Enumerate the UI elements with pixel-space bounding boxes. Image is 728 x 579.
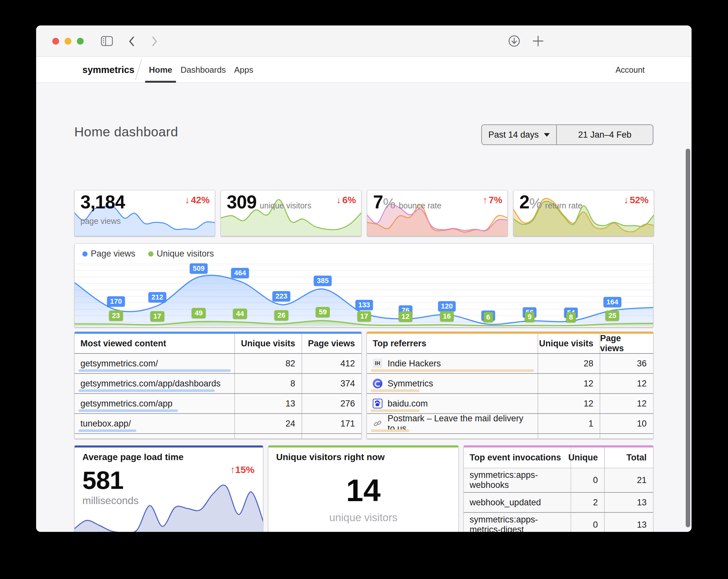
browser-window: getsymmetrics.com/app symmetrics Home xyxy=(36,26,692,532)
point-badge: 464 xyxy=(231,268,249,278)
legend-dot-icon xyxy=(82,251,87,256)
unique-value: 0 xyxy=(571,468,605,492)
row-label: Indie Hackers xyxy=(388,359,441,369)
stat-label: page views xyxy=(80,217,125,226)
date-range-value[interactable]: 21 Jan–4 Feb xyxy=(557,125,653,145)
visitors-now-value: 14 xyxy=(268,473,458,508)
table-row: webhook_updated213 xyxy=(464,493,653,513)
row-label-cell: webhook_updated xyxy=(464,493,571,512)
total-value: 21 xyxy=(605,468,653,492)
chevron-down-icon xyxy=(544,133,550,137)
unique-visits-value: 28 xyxy=(538,354,600,373)
row-label: tunebox.app/ xyxy=(80,419,131,429)
account-link[interactable]: Account xyxy=(616,57,645,83)
point-badge: 16 xyxy=(440,311,453,322)
point-badge: 17 xyxy=(357,311,371,322)
forward-button[interactable] xyxy=(151,36,158,47)
table-header-row: Top event invocationsUniqueTotal xyxy=(464,448,653,468)
table-most-viewed-content: Most viewed contentUnique visitsPage vie… xyxy=(74,331,362,439)
scrollbar-thumb[interactable] xyxy=(686,149,690,527)
table-row: symmetrics:apps-webhooks021 xyxy=(464,468,653,493)
total-value: 13 xyxy=(605,493,653,512)
card-title: Unique visitors right now xyxy=(276,452,385,462)
page-views-value: 412 xyxy=(302,354,361,373)
symmetrics-icon xyxy=(373,379,383,388)
sidebar-toggle-icon[interactable] xyxy=(101,36,113,46)
table-row: them.es00 xyxy=(367,434,653,439)
row-label: baidu.com xyxy=(388,399,428,409)
row-label: them.es xyxy=(373,439,404,439)
page-views-value: 147 xyxy=(302,434,361,439)
legend-item[interactable]: Unique visitors xyxy=(148,249,214,259)
legend-dot-icon xyxy=(148,251,153,256)
page-views-value: 171 xyxy=(302,414,361,433)
table-header-row: Most viewed contentUnique visitsPage vie… xyxy=(75,334,361,354)
column-header: Unique xyxy=(571,448,605,468)
row-label: Symmetrics xyxy=(388,379,433,389)
row-label-cell: baidu.com xyxy=(367,394,538,413)
column-header: Page views xyxy=(302,334,361,353)
row-label: Postmark – Leave the mail delivery to us xyxy=(388,413,532,434)
nav-divider xyxy=(135,59,142,80)
indie-hackers-icon: IH xyxy=(373,359,383,368)
traffic-light-minimize[interactable] xyxy=(64,38,71,45)
row-label-cell: getsymmetrics.com/app/apps xyxy=(75,434,235,439)
delta-badge: ↑7% xyxy=(483,195,502,205)
tab-dashboards[interactable]: Dashboards xyxy=(181,57,226,83)
tab-apps[interactable]: Apps xyxy=(234,57,253,83)
stat-value: 7 xyxy=(373,193,383,211)
browser-toolbar: getsymmetrics.com/app xyxy=(36,26,692,57)
stat-card-return-rate: 2 % return rate ↓52% xyxy=(513,190,654,236)
tab-home[interactable]: Home xyxy=(149,57,172,83)
row-progress-bar xyxy=(371,429,409,432)
stat-text: 7 % bounce rate xyxy=(373,193,442,211)
traffic-light-zoom[interactable] xyxy=(77,38,84,45)
baidu-paw-icon xyxy=(373,399,383,408)
table-row: getsymmetrics.com/app/dashboards8374 xyxy=(75,374,361,394)
column-header: Most viewed content xyxy=(75,334,235,353)
point-badge: 6 xyxy=(484,312,493,323)
row-label-cell: them.es xyxy=(367,434,538,439)
traffic-light-close[interactable] xyxy=(52,38,59,45)
point-badge: 385 xyxy=(314,276,332,286)
legend-label: Unique visitors xyxy=(157,249,214,259)
link-chain-icon xyxy=(373,419,383,428)
back-button[interactable] xyxy=(129,36,135,47)
point-badge: 17 xyxy=(151,311,164,322)
card-unique-visitors-right-now: Unique visitors right now 14 unique visi… xyxy=(268,445,459,532)
stat-label: return rate xyxy=(545,201,582,210)
page-views-value: 0 xyxy=(600,434,653,439)
stat-text: 2 % return rate xyxy=(519,193,582,211)
row-progress-bar xyxy=(78,389,215,392)
page-views-value: 12 xyxy=(600,394,653,413)
table-row: getsymmetrics.com/82412 xyxy=(75,354,361,374)
chart-plot-area: 1702125094642233851337612022565416423174… xyxy=(75,261,653,327)
logo[interactable]: symmetrics xyxy=(82,57,134,83)
stat-value: 2 xyxy=(519,193,529,211)
stat-label: unique visitors xyxy=(260,201,311,210)
page-views-value: 12 xyxy=(600,374,653,393)
unique-visits-value: 0 xyxy=(538,434,600,439)
row-label: getsymmetrics.com/app/apps xyxy=(80,439,194,439)
range-selector-label: Past 14 days xyxy=(488,130,539,140)
row-progress-bar xyxy=(78,409,178,412)
point-badge: 8 xyxy=(566,312,576,323)
date-range-control: Past 14 days 21 Jan–4 Feb xyxy=(481,124,653,145)
row-label-cell: Symmetrics xyxy=(367,374,538,393)
table-row: baidu.com1212 xyxy=(367,394,653,414)
new-tab-plus-icon[interactable] xyxy=(531,34,545,48)
delta-badge: ↓6% xyxy=(337,195,356,205)
range-selector[interactable]: Past 14 days xyxy=(482,125,557,145)
table-row: IHIndie Hackers2836 xyxy=(367,354,653,374)
event-name: symmetrics:apps-webhooks xyxy=(470,470,563,490)
page-views-value: 276 xyxy=(302,394,361,413)
row-label: getsymmetrics.com/app xyxy=(80,399,173,409)
row-progress-bar xyxy=(371,369,534,372)
download-icon[interactable] xyxy=(508,34,521,48)
legend-item[interactable]: Page views xyxy=(82,249,135,259)
table-header-row: Top referrersUnique visitsPage views xyxy=(367,334,653,354)
table-row: Postmark – Leave the mail delivery to us… xyxy=(367,414,653,434)
unique-visits-value: 8 xyxy=(235,374,302,393)
row-progress-bar xyxy=(371,409,420,412)
visitors-now-unit: unique visitors xyxy=(268,511,458,524)
